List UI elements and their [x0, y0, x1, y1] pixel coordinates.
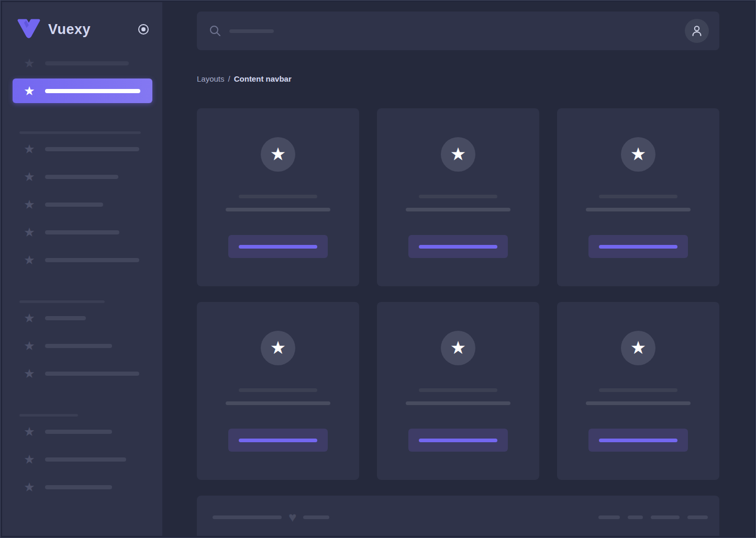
sidebar-item[interactable]: ★: [2, 191, 162, 218]
footer-link-bar: [651, 515, 680, 519]
menu-item-label-bar: [45, 430, 112, 434]
star-icon: ★: [23, 171, 36, 183]
sidebar-item[interactable]: ★: [2, 360, 162, 387]
sidebar-item[interactable]: ★: [2, 246, 162, 274]
footer-credit-bar: [303, 515, 329, 519]
sidebar-item[interactable]: ★: [2, 418, 162, 445]
user-avatar[interactable]: [685, 19, 709, 43]
star-icon: ★: [23, 453, 36, 466]
sidebar-item[interactable]: ★: [2, 305, 162, 332]
card-subtitle-bar: [226, 208, 330, 211]
menu-section-header: [2, 388, 162, 418]
card-title-bar: [419, 195, 497, 198]
search-input[interactable]: [209, 25, 685, 37]
card-title-bar: [419, 388, 497, 392]
app-window: Vuexy ★★★★★★★★★★★★★: [0, 0, 756, 538]
menu-item-label-bar: [45, 316, 86, 320]
sidebar-item-active[interactable]: ★: [13, 79, 152, 103]
placeholder-card: ★: [197, 108, 359, 286]
star-icon: ★: [23, 57, 36, 70]
sidebar-item[interactable]: ★: [2, 332, 162, 360]
section-header-bar: [19, 300, 105, 303]
footer: ♥: [197, 496, 719, 536]
breadcrumb: Layouts/Content navbar: [197, 74, 719, 86]
star-icon: ★: [630, 145, 646, 163]
card-action-button[interactable]: [588, 235, 688, 258]
menu-item-label-bar: [45, 372, 139, 376]
vuexy-logo-icon: [17, 19, 41, 40]
sidebar-item-active-row: ★: [2, 77, 162, 105]
card-title-bar: [239, 195, 317, 198]
card-action-button[interactable]: [228, 429, 328, 452]
placeholder-card: ★: [557, 108, 719, 286]
sidebar-item[interactable]: ★: [2, 136, 162, 163]
menu-item-label-bar: [45, 203, 103, 207]
heart-icon: ♥: [288, 510, 296, 524]
star-icon: ★: [450, 145, 466, 163]
sidebar-item[interactable]: ★: [2, 219, 162, 246]
menu-pin-toggle-icon[interactable]: [137, 23, 150, 36]
card-avatar-circle: ★: [261, 331, 295, 365]
button-label-bar: [599, 439, 677, 442]
sidebar-header: Vuexy: [2, 2, 162, 40]
footer-copyright-bar: [213, 515, 282, 519]
star-icon: ★: [23, 143, 36, 155]
star-icon: ★: [23, 254, 36, 266]
star-icon: ★: [23, 312, 36, 324]
card-action-button[interactable]: [588, 429, 688, 452]
sidebar-item[interactable]: ★: [2, 50, 162, 77]
search-placeholder-bar: [229, 29, 274, 33]
footer-links: [598, 515, 708, 519]
card-avatar-circle: ★: [621, 331, 655, 365]
button-label-bar: [419, 439, 497, 442]
menu-item-label-bar: [45, 457, 126, 462]
button-label-bar: [419, 245, 497, 249]
star-icon: ★: [23, 367, 36, 380]
menu-item-label-bar: [45, 344, 112, 348]
card-title-bar: [599, 388, 677, 392]
card-avatar-circle: ★: [621, 137, 655, 172]
sidebar-item[interactable]: ★: [2, 446, 162, 473]
placeholder-card: ★: [197, 302, 359, 480]
sidebar-item[interactable]: ★: [2, 163, 162, 190]
star-icon: ★: [23, 226, 36, 239]
sidebar: Vuexy ★★★★★★★★★★★★★: [2, 2, 162, 536]
card-subtitle-bar: [406, 401, 510, 405]
search-icon: [209, 25, 221, 37]
sidebar-item[interactable]: ★: [2, 474, 162, 501]
card-subtitle-bar: [406, 208, 510, 211]
footer-link-bar: [628, 515, 643, 519]
star-icon: ★: [270, 339, 286, 356]
section-header-bar: [19, 131, 141, 134]
footer-link-bar: [598, 515, 620, 519]
placeholder-card: ★: [557, 302, 719, 480]
footer-link-bar: [687, 515, 708, 519]
placeholder-card: ★: [377, 302, 539, 480]
breadcrumb-current: Content navbar: [234, 74, 292, 83]
logo-text: Vuexy: [48, 21, 137, 38]
card-subtitle-bar: [586, 208, 691, 211]
star-icon: ★: [23, 481, 36, 494]
star-icon: ★: [450, 339, 466, 356]
star-icon: ★: [23, 425, 36, 438]
button-label-bar: [599, 245, 677, 249]
card-subtitle-bar: [586, 401, 691, 405]
person-icon: [691, 25, 703, 37]
sidebar-menu: ★★★★★★★★★★★★★: [2, 50, 162, 501]
menu-item-label-bar: [45, 89, 140, 93]
menu-item-label-bar: [45, 258, 139, 262]
card-avatar-circle: ★: [441, 331, 475, 365]
card-subtitle-bar: [226, 401, 330, 405]
card-action-button[interactable]: [408, 235, 508, 258]
menu-item-label-bar: [45, 147, 139, 151]
card-action-button[interactable]: [408, 429, 508, 452]
star-icon: ★: [270, 145, 286, 163]
star-icon: ★: [23, 85, 36, 97]
card-action-button[interactable]: [228, 235, 328, 258]
button-label-bar: [239, 245, 317, 249]
section-header-bar: [19, 414, 78, 417]
star-icon: ★: [23, 198, 36, 211]
card-title-bar: [239, 388, 317, 392]
top-navbar: [197, 12, 719, 50]
breadcrumb-parent[interactable]: Layouts: [197, 74, 225, 83]
